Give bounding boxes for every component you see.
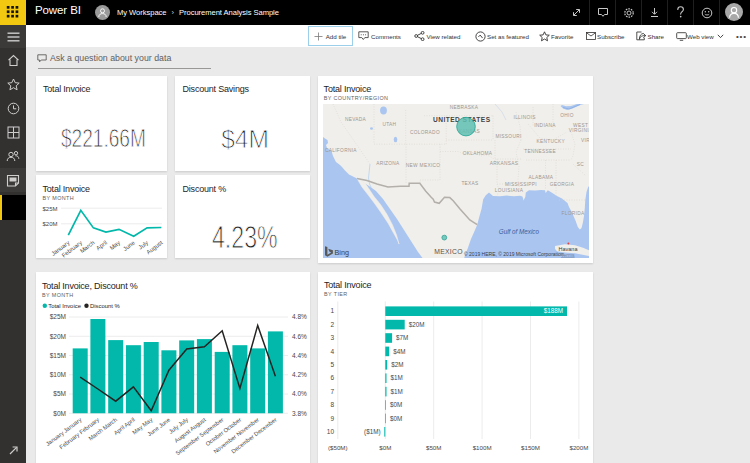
svg-text:($50M): ($50M) bbox=[328, 443, 348, 450]
svg-text:INDIANA: INDIANA bbox=[534, 122, 556, 127]
svg-text:June: June bbox=[122, 239, 136, 252]
svg-text:TENNESSEE: TENNESSEE bbox=[524, 149, 556, 154]
svg-text:GEORGIA: GEORGIA bbox=[549, 181, 574, 186]
svg-text:April: April bbox=[95, 240, 108, 252]
svg-text:OKLAHOMA: OKLAHOMA bbox=[462, 151, 492, 156]
svg-text:$0M: $0M bbox=[53, 410, 66, 417]
svg-text:COLORADO: COLORADO bbox=[410, 129, 440, 134]
svg-text:$50M: $50M bbox=[426, 443, 441, 450]
svg-text:$15M: $15M bbox=[49, 352, 65, 359]
svg-text:4: 4 bbox=[330, 347, 334, 354]
svg-text:10: 10 bbox=[327, 428, 335, 435]
svg-text:5: 5 bbox=[330, 361, 334, 368]
svg-text:MISSOURI: MISSOURI bbox=[495, 133, 521, 138]
svg-text:$25M: $25M bbox=[49, 313, 65, 320]
svg-text:VIR: VIR bbox=[581, 138, 589, 143]
svg-text:NEW MEXICO: NEW MEXICO bbox=[405, 163, 439, 168]
svg-text:SC: SC bbox=[576, 161, 583, 166]
svg-text:$0M: $0M bbox=[379, 443, 391, 450]
svg-text:1: 1 bbox=[330, 307, 334, 314]
svg-text:ILLINOIS: ILLINOIS bbox=[513, 114, 535, 119]
svg-text:ARKANSAS: ARKANSAS bbox=[489, 160, 518, 165]
svg-text:ALABAMA: ALABAMA bbox=[528, 174, 553, 179]
svg-text:3: 3 bbox=[330, 334, 334, 341]
svg-text:6: 6 bbox=[330, 374, 334, 381]
svg-text:$0M: $0M bbox=[390, 414, 402, 421]
svg-text:$1M: $1M bbox=[391, 387, 403, 394]
svg-text:UTAH: UTAH bbox=[382, 122, 396, 127]
svg-text:4.0%: 4.0% bbox=[292, 390, 307, 397]
svg-text:4.8%: 4.8% bbox=[292, 313, 307, 320]
svg-text:TEXAS: TEXAS bbox=[461, 181, 478, 186]
svg-text:NEBRASKA: NEBRASKA bbox=[449, 105, 478, 110]
svg-text:August: August bbox=[145, 239, 164, 255]
svg-text:Gulf of Mexico: Gulf of Mexico bbox=[498, 227, 539, 234]
svg-text:$20M: $20M bbox=[409, 320, 425, 327]
svg-text:$10M: $10M bbox=[49, 371, 65, 378]
svg-text:$5M: $5M bbox=[53, 390, 66, 397]
svg-text:Bing: Bing bbox=[334, 248, 348, 257]
svg-text:OHIO: OHIO bbox=[560, 112, 573, 117]
svg-text:© 2019 HERE, © 2019 Microsoft: © 2019 HERE, © 2019 Microsoft Corporatio… bbox=[464, 250, 564, 256]
svg-text:WEST: WEST bbox=[573, 122, 588, 127]
svg-text:March: March bbox=[79, 240, 96, 255]
svg-text:LOUISIANA: LOUISIANA bbox=[494, 188, 523, 193]
svg-text:MISSISSIPPI: MISSISSIPPI bbox=[505, 181, 537, 186]
svg-text:4.4%: 4.4% bbox=[292, 352, 307, 359]
svg-text:$20M: $20M bbox=[43, 221, 58, 227]
svg-text:$200M: $200M bbox=[569, 443, 588, 450]
svg-text:$221.66M: $221.66M bbox=[61, 123, 146, 153]
svg-text:$150M: $150M bbox=[521, 443, 540, 450]
svg-text:$4M: $4M bbox=[221, 124, 269, 154]
svg-text:3.8%: 3.8% bbox=[292, 410, 307, 417]
svg-text:CALIFORNIA: CALIFORNIA bbox=[325, 147, 357, 152]
svg-text:$188M: $188M bbox=[544, 307, 563, 314]
svg-text:7: 7 bbox=[330, 387, 334, 394]
svg-text:Discount %: Discount % bbox=[90, 303, 121, 309]
svg-text:4.23%: 4.23% bbox=[211, 220, 277, 255]
svg-text:$100M: $100M bbox=[473, 443, 492, 450]
svg-text:Total Invoice: Total Invoice bbox=[48, 303, 81, 309]
svg-text:MEXICO: MEXICO bbox=[434, 247, 463, 254]
svg-text:9: 9 bbox=[330, 414, 334, 421]
svg-text:ARIZONA: ARIZONA bbox=[376, 161, 400, 166]
svg-text:$1M: $1M bbox=[391, 374, 403, 381]
svg-text:Terms: Terms bbox=[561, 251, 575, 257]
svg-text:2: 2 bbox=[330, 320, 334, 327]
svg-text:FLORIDA: FLORIDA bbox=[561, 211, 584, 216]
svg-text:$20M: $20M bbox=[49, 333, 65, 340]
svg-text:NEVADA: NEVADA bbox=[344, 117, 366, 122]
svg-text:KENTUCKY: KENTUCKY bbox=[536, 139, 565, 144]
svg-text:$2M: $2M bbox=[391, 361, 403, 368]
svg-text:8: 8 bbox=[330, 401, 334, 408]
svg-text:4.6%: 4.6% bbox=[292, 333, 307, 340]
svg-text:$0M: $0M bbox=[390, 401, 402, 408]
svg-text:May: May bbox=[109, 239, 122, 251]
svg-text:($1M): ($1M) bbox=[364, 428, 380, 436]
svg-text:$4M: $4M bbox=[393, 347, 405, 354]
svg-text:$25M: $25M bbox=[43, 206, 58, 212]
svg-text:VIRGINIA: VIRGINIA bbox=[568, 128, 588, 133]
svg-text:$7M: $7M bbox=[396, 334, 408, 341]
svg-text:4.2%: 4.2% bbox=[292, 371, 307, 378]
